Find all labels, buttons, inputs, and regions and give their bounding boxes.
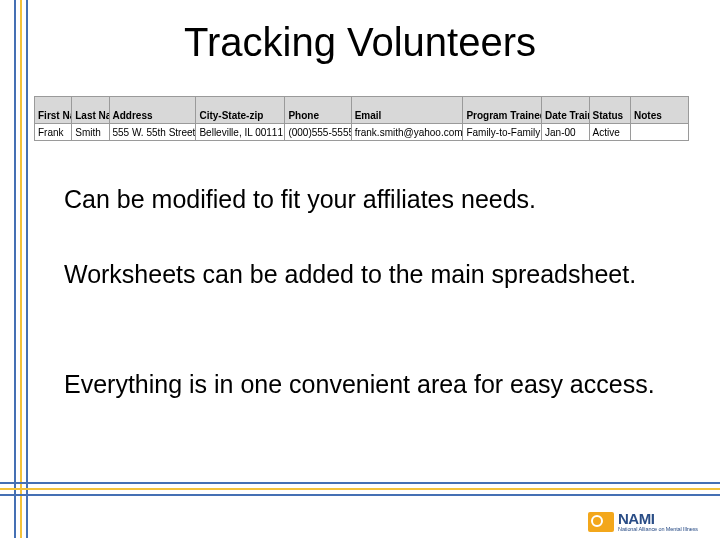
decorative-line [14,0,16,538]
decorative-line [26,0,28,538]
spreadsheet: First Name Last Name Address City-State-… [34,96,689,141]
cell-program: Family-to-Family [463,124,542,141]
col-date-trained: Date Trained [542,97,590,124]
logo-text: NAMI National Alliance on Mental Illness [618,512,698,532]
col-phone: Phone [285,97,351,124]
col-address: Address [109,97,196,124]
cell-notes [631,124,689,141]
table-header-row: First Name Last Name Address City-State-… [35,97,689,124]
cell-city-state-zip: Belleville, IL 00111 [196,124,285,141]
logo-tagline: National Alliance on Mental Illness [618,526,698,532]
paragraph-2: Worksheets can be added to the main spre… [64,260,680,290]
logo: NAMI National Alliance on Mental Illness [588,512,698,532]
cell-date-trained: Jan-00 [542,124,590,141]
col-notes: Notes [631,97,689,124]
logo-name: NAMI [618,512,698,526]
col-first-name: First Name [35,97,72,124]
table-row: Frank Smith 555 W. 55th Street Bellevill… [35,124,689,141]
cell-address: 555 W. 55th Street [109,124,196,141]
paragraph-3: Everything is in one convenient area for… [64,370,680,400]
cell-phone: (000)555-5555 [285,124,351,141]
col-status: Status [589,97,630,124]
slide: Tracking Volunteers First Name Last Name… [0,0,720,540]
decorative-line [0,482,720,484]
cell-status: Active [589,124,630,141]
cell-last-name: Smith [72,124,109,141]
slide-title: Tracking Volunteers [0,20,720,65]
decorative-line [0,494,720,496]
col-city-state-zip: City-State-zip [196,97,285,124]
col-program: Program Trained In [463,97,542,124]
cell-first-name: Frank [35,124,72,141]
col-email: Email [351,97,463,124]
paragraph-1: Can be modified to fit your affiliates n… [64,185,680,215]
decorative-line [0,488,720,490]
logo-icon [588,512,614,532]
col-last-name: Last Name [72,97,109,124]
cell-email: frank.smith@yahoo.com [351,124,463,141]
decorative-line [20,0,22,538]
